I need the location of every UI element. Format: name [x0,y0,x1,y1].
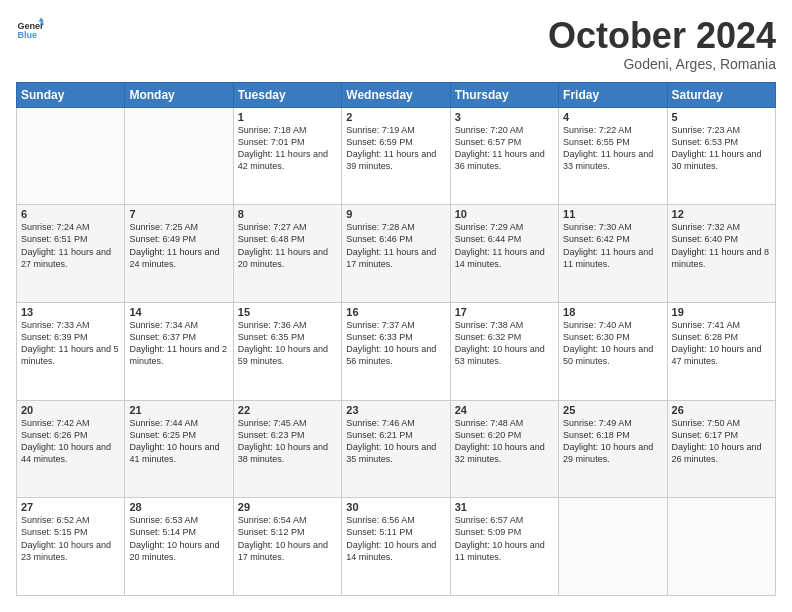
table-row: 25Sunrise: 7:49 AMSunset: 6:18 PMDayligh… [559,400,667,498]
day-info: Sunrise: 6:54 AMSunset: 5:12 PMDaylight:… [238,514,337,563]
table-row: 26Sunrise: 7:50 AMSunset: 6:17 PMDayligh… [667,400,775,498]
day-number: 6 [21,208,120,220]
table-row: 22Sunrise: 7:45 AMSunset: 6:23 PMDayligh… [233,400,341,498]
day-number: 7 [129,208,228,220]
calendar-table: Sunday Monday Tuesday Wednesday Thursday… [16,82,776,596]
day-info: Sunrise: 6:53 AMSunset: 5:14 PMDaylight:… [129,514,228,563]
table-row: 5Sunrise: 7:23 AMSunset: 6:53 PMDaylight… [667,107,775,205]
table-row: 10Sunrise: 7:29 AMSunset: 6:44 PMDayligh… [450,205,558,303]
day-info: Sunrise: 6:52 AMSunset: 5:15 PMDaylight:… [21,514,120,563]
table-row: 13Sunrise: 7:33 AMSunset: 6:39 PMDayligh… [17,302,125,400]
logo: General Blue [16,16,44,44]
header-friday: Friday [559,82,667,107]
day-info: Sunrise: 7:40 AMSunset: 6:30 PMDaylight:… [563,319,662,368]
day-info: Sunrise: 7:24 AMSunset: 6:51 PMDaylight:… [21,221,120,270]
day-number: 28 [129,501,228,513]
week-row-4: 20Sunrise: 7:42 AMSunset: 6:26 PMDayligh… [17,400,776,498]
day-number: 2 [346,111,445,123]
table-row: 30Sunrise: 6:56 AMSunset: 5:11 PMDayligh… [342,498,450,596]
table-row: 4Sunrise: 7:22 AMSunset: 6:55 PMDaylight… [559,107,667,205]
weekday-header-row: Sunday Monday Tuesday Wednesday Thursday… [17,82,776,107]
day-info: Sunrise: 7:49 AMSunset: 6:18 PMDaylight:… [563,417,662,466]
day-number: 16 [346,306,445,318]
header-thursday: Thursday [450,82,558,107]
day-info: Sunrise: 7:45 AMSunset: 6:23 PMDaylight:… [238,417,337,466]
header-monday: Monday [125,82,233,107]
table-row: 15Sunrise: 7:36 AMSunset: 6:35 PMDayligh… [233,302,341,400]
table-row: 16Sunrise: 7:37 AMSunset: 6:33 PMDayligh… [342,302,450,400]
table-row [17,107,125,205]
svg-text:General: General [17,21,44,31]
table-row: 3Sunrise: 7:20 AMSunset: 6:57 PMDaylight… [450,107,558,205]
table-row: 18Sunrise: 7:40 AMSunset: 6:30 PMDayligh… [559,302,667,400]
table-row: 24Sunrise: 7:48 AMSunset: 6:20 PMDayligh… [450,400,558,498]
table-row: 27Sunrise: 6:52 AMSunset: 5:15 PMDayligh… [17,498,125,596]
day-info: Sunrise: 6:57 AMSunset: 5:09 PMDaylight:… [455,514,554,563]
day-info: Sunrise: 7:38 AMSunset: 6:32 PMDaylight:… [455,319,554,368]
week-row-5: 27Sunrise: 6:52 AMSunset: 5:15 PMDayligh… [17,498,776,596]
day-info: Sunrise: 7:34 AMSunset: 6:37 PMDaylight:… [129,319,228,368]
header-saturday: Saturday [667,82,775,107]
table-row: 1Sunrise: 7:18 AMSunset: 7:01 PMDaylight… [233,107,341,205]
table-row: 21Sunrise: 7:44 AMSunset: 6:25 PMDayligh… [125,400,233,498]
day-number: 22 [238,404,337,416]
header-sunday: Sunday [17,82,125,107]
table-row: 11Sunrise: 7:30 AMSunset: 6:42 PMDayligh… [559,205,667,303]
day-info: Sunrise: 7:37 AMSunset: 6:33 PMDaylight:… [346,319,445,368]
day-info: Sunrise: 7:27 AMSunset: 6:48 PMDaylight:… [238,221,337,270]
table-row: 31Sunrise: 6:57 AMSunset: 5:09 PMDayligh… [450,498,558,596]
table-row: 8Sunrise: 7:27 AMSunset: 6:48 PMDaylight… [233,205,341,303]
table-row: 29Sunrise: 6:54 AMSunset: 5:12 PMDayligh… [233,498,341,596]
table-row: 23Sunrise: 7:46 AMSunset: 6:21 PMDayligh… [342,400,450,498]
day-info: Sunrise: 7:48 AMSunset: 6:20 PMDaylight:… [455,417,554,466]
week-row-2: 6Sunrise: 7:24 AMSunset: 6:51 PMDaylight… [17,205,776,303]
table-row: 28Sunrise: 6:53 AMSunset: 5:14 PMDayligh… [125,498,233,596]
day-info: Sunrise: 7:18 AMSunset: 7:01 PMDaylight:… [238,124,337,173]
day-number: 27 [21,501,120,513]
day-number: 15 [238,306,337,318]
table-row: 7Sunrise: 7:25 AMSunset: 6:49 PMDaylight… [125,205,233,303]
day-number: 24 [455,404,554,416]
day-number: 3 [455,111,554,123]
day-info: Sunrise: 6:56 AMSunset: 5:11 PMDaylight:… [346,514,445,563]
day-number: 20 [21,404,120,416]
day-number: 23 [346,404,445,416]
day-info: Sunrise: 7:41 AMSunset: 6:28 PMDaylight:… [672,319,771,368]
day-info: Sunrise: 7:23 AMSunset: 6:53 PMDaylight:… [672,124,771,173]
day-number: 5 [672,111,771,123]
table-row: 17Sunrise: 7:38 AMSunset: 6:32 PMDayligh… [450,302,558,400]
day-number: 30 [346,501,445,513]
day-info: Sunrise: 7:50 AMSunset: 6:17 PMDaylight:… [672,417,771,466]
day-number: 31 [455,501,554,513]
day-number: 12 [672,208,771,220]
table-row: 9Sunrise: 7:28 AMSunset: 6:46 PMDaylight… [342,205,450,303]
day-info: Sunrise: 7:33 AMSunset: 6:39 PMDaylight:… [21,319,120,368]
day-info: Sunrise: 7:29 AMSunset: 6:44 PMDaylight:… [455,221,554,270]
day-info: Sunrise: 7:20 AMSunset: 6:57 PMDaylight:… [455,124,554,173]
day-number: 19 [672,306,771,318]
day-number: 4 [563,111,662,123]
svg-text:Blue: Blue [17,30,37,40]
title-section: October 2024 Godeni, Arges, Romania [548,16,776,72]
day-info: Sunrise: 7:42 AMSunset: 6:26 PMDaylight:… [21,417,120,466]
day-info: Sunrise: 7:46 AMSunset: 6:21 PMDaylight:… [346,417,445,466]
day-info: Sunrise: 7:44 AMSunset: 6:25 PMDaylight:… [129,417,228,466]
week-row-1: 1Sunrise: 7:18 AMSunset: 7:01 PMDaylight… [17,107,776,205]
svg-marker-2 [38,17,44,21]
day-info: Sunrise: 7:36 AMSunset: 6:35 PMDaylight:… [238,319,337,368]
table-row [667,498,775,596]
week-row-3: 13Sunrise: 7:33 AMSunset: 6:39 PMDayligh… [17,302,776,400]
day-number: 8 [238,208,337,220]
header: General Blue October 2024 Godeni, Arges,… [16,16,776,72]
day-number: 11 [563,208,662,220]
day-info: Sunrise: 7:22 AMSunset: 6:55 PMDaylight:… [563,124,662,173]
day-info: Sunrise: 7:28 AMSunset: 6:46 PMDaylight:… [346,221,445,270]
day-number: 17 [455,306,554,318]
table-row: 6Sunrise: 7:24 AMSunset: 6:51 PMDaylight… [17,205,125,303]
table-row: 14Sunrise: 7:34 AMSunset: 6:37 PMDayligh… [125,302,233,400]
day-number: 21 [129,404,228,416]
table-row [559,498,667,596]
table-row: 2Sunrise: 7:19 AMSunset: 6:59 PMDaylight… [342,107,450,205]
month-title: October 2024 [548,16,776,56]
day-info: Sunrise: 7:30 AMSunset: 6:42 PMDaylight:… [563,221,662,270]
